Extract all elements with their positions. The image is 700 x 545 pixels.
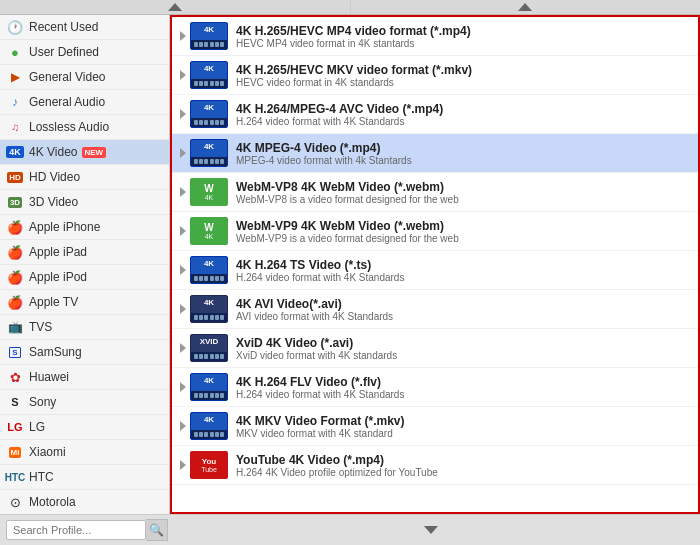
sidebar-item-sony[interactable]: SSony [0, 390, 169, 415]
format-desc-mpeg4: MPEG-4 video format with 4k Stantards [236, 155, 692, 166]
chevron-right-icon [180, 70, 186, 80]
sidebar-item-huawei[interactable]: ✿Huawei [0, 365, 169, 390]
format-title-webm-vp9: WebM-VP9 4K WebM Video (*.webm) [236, 219, 692, 233]
xiaomi-icon: Mi [6, 445, 24, 459]
format-item-avi[interactable]: 4K 4K AVI Video(*.avi)AVI video format w… [172, 290, 698, 329]
arrow-down-right-icon [424, 526, 438, 534]
sidebar-label-tvs: TVS [29, 320, 52, 334]
chevron-right-icon [180, 265, 186, 275]
chevron-right-icon [180, 304, 186, 314]
format-desc-mkv: MKV video format with 4K standard [236, 428, 692, 439]
format-text-mkv: 4K MKV Video Format (*.mkv)MKV video for… [236, 414, 692, 439]
format-item-webm-vp8[interactable]: W 4K WebM-VP8 4K WebM Video (*.webm)WebM… [172, 173, 698, 212]
sidebar-item-motorola[interactable]: ⊙Motorola [0, 490, 169, 514]
format-item-h264-flv[interactable]: 4K 4K H.264 FLV Video (*.flv)H.264 video… [172, 368, 698, 407]
left-scroll-up[interactable] [0, 0, 350, 14]
sidebar-item-apple-iphone[interactable]: 🍎Apple iPhone [0, 215, 169, 240]
sidebar-label-recent-used: Recent Used [29, 20, 98, 34]
right-scroll-down[interactable] [168, 526, 694, 534]
new-badge: NEW [82, 147, 107, 158]
format-title-mkv: 4K MKV Video Format (*.mkv) [236, 414, 692, 428]
format-title-youtube: YouTube 4K Video (*.mp4) [236, 453, 692, 467]
format-item-mpeg4[interactable]: 4K 4K MPEG-4 Video (*.mp4)MPEG-4 video f… [172, 134, 698, 173]
right-scroll-up[interactable] [351, 0, 701, 14]
tvs-icon: 📺 [6, 320, 24, 334]
sidebar-label-lg: LG [29, 420, 45, 434]
chevron-right-icon [180, 109, 186, 119]
sidebar-item-apple-ipad[interactable]: 🍎Apple iPad [0, 240, 169, 265]
sidebar-label-4k-video: 4K Video [29, 145, 78, 159]
format-item-xvid[interactable]: XVID XviD 4K Video (*.avi)XviD video for… [172, 329, 698, 368]
huawei-icon: ✿ [6, 370, 24, 384]
sidebar-item-lg[interactable]: LGLG [0, 415, 169, 440]
sidebar-label-general-audio: General Audio [29, 95, 105, 109]
format-item-hevc-mkv[interactable]: 4K 4K H.265/HEVC MKV video format (*.mkv… [172, 56, 698, 95]
sidebar-label-apple-ipod: Apple iPod [29, 270, 87, 284]
format-text-h264-avc: 4K H.264/MPEG-4 AVC Video (*.mp4)H.264 v… [236, 102, 692, 127]
sidebar-item-hd-video[interactable]: HDHD Video [0, 165, 169, 190]
sidebar-label-hd-video: HD Video [29, 170, 80, 184]
format-text-avi: 4K AVI Video(*.avi)AVI video format with… [236, 297, 692, 322]
sidebar-item-xiaomi[interactable]: MiXiaomi [0, 440, 169, 465]
search-input[interactable] [6, 520, 146, 540]
format-list: 4K 4K H.265/HEVC MP4 video format (*.mp4… [170, 15, 700, 514]
chevron-right-icon [180, 382, 186, 392]
sidebar-item-tvs[interactable]: 📺TVS [0, 315, 169, 340]
3d-video-icon: 3D [6, 195, 24, 209]
format-title-webm-vp8: WebM-VP8 4K WebM Video (*.webm) [236, 180, 692, 194]
format-item-h264-ts[interactable]: 4K 4K H.264 TS Video (*.ts)H.264 video f… [172, 251, 698, 290]
sidebar-label-general-video: General Video [29, 70, 106, 84]
format-desc-webm-vp8: WebM-VP8 is a video format designed for … [236, 194, 692, 205]
top-scroll-bar [0, 0, 700, 15]
bottom-bar: 🔍 [0, 514, 700, 545]
sidebar-label-apple-tv: Apple TV [29, 295, 78, 309]
sidebar-label-sony: Sony [29, 395, 56, 409]
chevron-right-icon [180, 226, 186, 236]
chevron-right-icon [180, 148, 186, 158]
sidebar-item-3d-video[interactable]: 3D3D Video [0, 190, 169, 215]
format-item-mkv[interactable]: 4K 4K MKV Video Format (*.mkv)MKV video … [172, 407, 698, 446]
sidebar-label-apple-iphone: Apple iPhone [29, 220, 100, 234]
format-desc-hevc-mp4: HEVC MP4 video format in 4K stantards [236, 38, 692, 49]
sidebar-item-recent-used[interactable]: 🕐Recent Used [0, 15, 169, 40]
lg-icon: LG [6, 420, 24, 434]
sidebar-item-apple-ipod[interactable]: 🍎Apple iPod [0, 265, 169, 290]
sidebar-item-htc[interactable]: HTCHTC [0, 465, 169, 490]
sidebar-label-htc: HTC [29, 470, 54, 484]
4k-video-icon: 4K [6, 145, 24, 159]
format-desc-h264-ts: H.264 video format with 4K Standards [236, 272, 692, 283]
format-title-hevc-mp4: 4K H.265/HEVC MP4 video format (*.mp4) [236, 24, 692, 38]
format-item-webm-vp9[interactable]: W 4K WebM-VP9 4K WebM Video (*.webm)WebM… [172, 212, 698, 251]
chevron-right-icon [180, 31, 186, 41]
format-desc-hevc-mkv: HEVC video format in 4K standards [236, 77, 692, 88]
apple-iphone-icon: 🍎 [6, 220, 24, 234]
sidebar-item-general-video[interactable]: ▶General Video [0, 65, 169, 90]
left-sidebar: 🕐Recent Used●User Defined▶General Video♪… [0, 15, 170, 514]
samsung-icon: S [6, 345, 24, 359]
format-item-h264-avc[interactable]: 4K 4K H.264/MPEG-4 AVC Video (*.mp4)H.26… [172, 95, 698, 134]
sidebar-item-lossless-audio[interactable]: ♫Lossless Audio [0, 115, 169, 140]
format-text-mpeg4: 4K MPEG-4 Video (*.mp4)MPEG-4 video form… [236, 141, 692, 166]
arrow-up-right-icon [518, 3, 532, 11]
format-text-hevc-mkv: 4K H.265/HEVC MKV video format (*.mkv)HE… [236, 63, 692, 88]
sidebar-item-samsung[interactable]: SSamSung [0, 340, 169, 365]
format-text-xvid: XviD 4K Video (*.avi)XviD video format w… [236, 336, 692, 361]
sidebar-label-huawei: Huawei [29, 370, 69, 384]
format-desc-avi: AVI video format with 4K Standards [236, 311, 692, 322]
format-text-h264-flv: 4K H.264 FLV Video (*.flv)H.264 video fo… [236, 375, 692, 400]
format-text-youtube: YouTube 4K Video (*.mp4)H.264 4K Video p… [236, 453, 692, 478]
format-item-hevc-mp4[interactable]: 4K 4K H.265/HEVC MP4 video format (*.mp4… [172, 17, 698, 56]
general-audio-icon: ♪ [6, 95, 24, 109]
format-title-mpeg4: 4K MPEG-4 Video (*.mp4) [236, 141, 692, 155]
sidebar-label-samsung: SamSung [29, 345, 82, 359]
sidebar-item-4k-video[interactable]: 4K4K VideoNEW [0, 140, 169, 165]
search-button[interactable]: 🔍 [146, 519, 168, 541]
sidebar-item-user-defined[interactable]: ●User Defined [0, 40, 169, 65]
sidebar-label-lossless-audio: Lossless Audio [29, 120, 109, 134]
format-desc-h264-flv: H.264 video format with 4K Standards [236, 389, 692, 400]
chevron-right-icon [180, 187, 186, 197]
sidebar-item-general-audio[interactable]: ♪General Audio [0, 90, 169, 115]
format-item-youtube[interactable]: You Tube YouTube 4K Video (*.mp4)H.264 4… [172, 446, 698, 485]
sidebar-item-apple-tv[interactable]: 🍎Apple TV [0, 290, 169, 315]
sidebar-label-xiaomi: Xiaomi [29, 445, 66, 459]
